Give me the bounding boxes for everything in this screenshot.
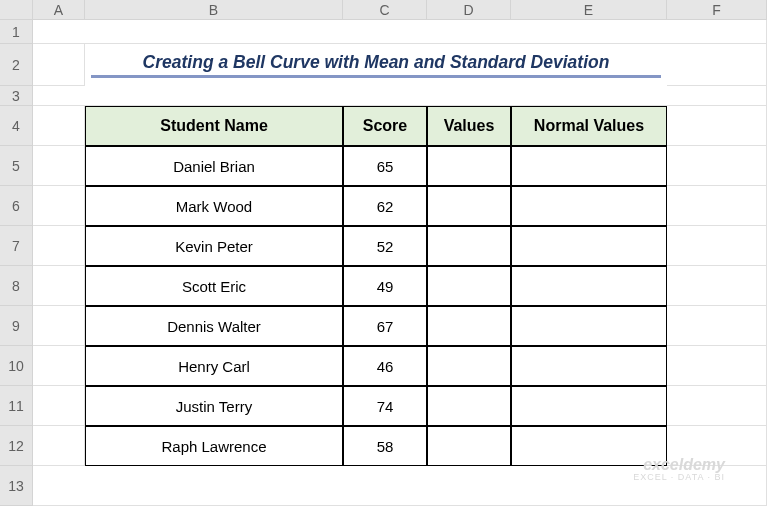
cell-b5[interactable]: Daniel Brian [85,146,343,186]
cell-e10[interactable] [511,346,667,386]
cell-c7[interactable]: 52 [343,226,427,266]
header-student-name[interactable]: Student Name [85,106,343,146]
watermark: exceldemy EXCEL · DATA · BI [633,456,725,483]
cell-b8[interactable]: Scott Eric [85,266,343,306]
row-header-8[interactable]: 8 [0,266,33,306]
cell-d7[interactable] [427,226,511,266]
header-values[interactable]: Values [427,106,511,146]
title-cell[interactable]: Creating a Bell Curve with Mean and Stan… [85,44,667,86]
col-header-f[interactable]: F [667,0,767,20]
col-header-c[interactable]: C [343,0,427,20]
cell-d6[interactable] [427,186,511,226]
watermark-line2: EXCEL · DATA · BI [633,473,725,483]
cell-b11[interactable]: Justin Terry [85,386,343,426]
page-title: Creating a Bell Curve with Mean and Stan… [91,52,661,78]
cell-d12[interactable] [427,426,511,466]
cell-d9[interactable] [427,306,511,346]
cell-d10[interactable] [427,346,511,386]
cell-c8[interactable]: 49 [343,266,427,306]
cell-c10[interactable]: 46 [343,346,427,386]
row-header-3[interactable]: 3 [0,86,33,106]
row-header-2[interactable]: 2 [0,44,33,86]
col-header-e[interactable]: E [511,0,667,20]
cell-e8[interactable] [511,266,667,306]
header-normal-values[interactable]: Normal Values [511,106,667,146]
cell-b6[interactable]: Mark Wood [85,186,343,226]
row-header-6[interactable]: 6 [0,186,33,226]
cell-e5[interactable] [511,146,667,186]
row-header-7[interactable]: 7 [0,226,33,266]
row-header-10[interactable]: 10 [0,346,33,386]
cell-e6[interactable] [511,186,667,226]
watermark-line1: exceldemy [633,456,725,474]
cell-b9[interactable]: Dennis Walter [85,306,343,346]
cell-e7[interactable] [511,226,667,266]
row-header-1[interactable]: 1 [0,20,33,44]
col-header-b[interactable]: B [85,0,343,20]
cell-b12[interactable]: Raph Lawrence [85,426,343,466]
col-header-a[interactable]: A [33,0,85,20]
cell-b10[interactable]: Henry Carl [85,346,343,386]
row-header-13[interactable]: 13 [0,466,33,506]
row-header-9[interactable]: 9 [0,306,33,346]
cell-c11[interactable]: 74 [343,386,427,426]
row-header-11[interactable]: 11 [0,386,33,426]
col-header-d[interactable]: D [427,0,511,20]
select-all-corner[interactable] [0,0,33,20]
cell-c12[interactable]: 58 [343,426,427,466]
row-header-12[interactable]: 12 [0,426,33,466]
cell-c9[interactable]: 67 [343,306,427,346]
row-header-4[interactable]: 4 [0,106,33,146]
cell-e11[interactable] [511,386,667,426]
cell-c5[interactable]: 65 [343,146,427,186]
cell-d8[interactable] [427,266,511,306]
row-header-5[interactable]: 5 [0,146,33,186]
cell-e9[interactable] [511,306,667,346]
header-score[interactable]: Score [343,106,427,146]
cell-d5[interactable] [427,146,511,186]
spreadsheet-grid: A B C D E F 1 2 Creating a Bell Curve wi… [0,0,767,506]
cell-c6[interactable]: 62 [343,186,427,226]
cell-b7[interactable]: Kevin Peter [85,226,343,266]
cell-d11[interactable] [427,386,511,426]
